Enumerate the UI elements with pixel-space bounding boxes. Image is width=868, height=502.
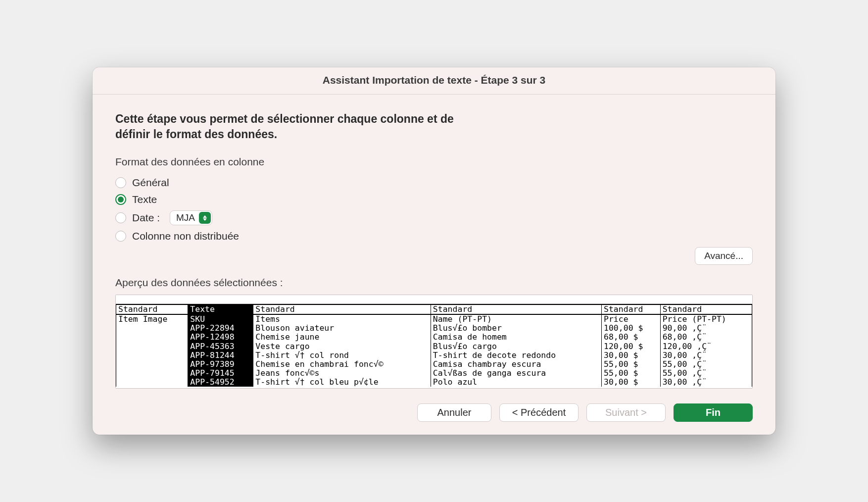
cell bbox=[116, 324, 188, 333]
cell: APP-12498 bbox=[188, 333, 253, 342]
wizard-body: Cette étape vous permet de sélectionner … bbox=[93, 95, 775, 397]
cell: 55,00 ‚Ç¨ bbox=[660, 360, 752, 369]
cell: Camisa chambray escura bbox=[431, 360, 601, 369]
col-format-header[interactable]: Standard bbox=[660, 305, 752, 315]
select-stepper-icon bbox=[199, 212, 211, 224]
col-format-header[interactable]: Standard bbox=[601, 305, 660, 315]
table-row: Item Image SKU Items Name (PT-PT) Price … bbox=[116, 314, 752, 324]
radio-icon bbox=[115, 212, 126, 223]
col-format-header[interactable]: Texte bbox=[188, 305, 253, 315]
radio-text[interactable]: Texte bbox=[115, 194, 753, 205]
radio-label: Colonne non distribuée bbox=[132, 230, 239, 242]
cell: 68,00 ‚Ç¨ bbox=[660, 333, 752, 342]
radio-label: Date : bbox=[132, 212, 160, 224]
column-format-radio-group: Général Texte Date : MJA Colonne non dis… bbox=[115, 177, 753, 242]
cell: Price bbox=[601, 314, 660, 324]
preview-scrollbar-top[interactable] bbox=[116, 295, 752, 304]
cell: APP-81244 bbox=[188, 351, 253, 360]
date-format-value: MJA bbox=[176, 212, 195, 223]
cell: SKU bbox=[188, 314, 253, 324]
cell: 120,00 ‚Ç¨ bbox=[660, 342, 752, 351]
cell: 30,00 $ bbox=[601, 378, 660, 387]
cell: Price (PT-PT) bbox=[660, 314, 752, 324]
cell: Chemise en chambrai fonc√© bbox=[253, 360, 431, 369]
col-format-header[interactable]: Standard bbox=[431, 305, 601, 315]
cell bbox=[116, 360, 188, 369]
column-format-label: Format des données en colonne bbox=[115, 156, 753, 168]
format-header-row: Standard Texte Standard Standard Standar… bbox=[116, 305, 752, 315]
table-row: APP-81244 T-shirt √† col rond T-shirt de… bbox=[116, 351, 752, 360]
step-intro-text: Cette étape vous permet de sélectionner … bbox=[115, 111, 472, 142]
cell: Jeans fonc√©s bbox=[253, 369, 431, 378]
cell: APP-45363 bbox=[188, 342, 253, 351]
cell: 30,00 ‚Ç¨ bbox=[660, 378, 752, 387]
cell: Name (PT-PT) bbox=[431, 314, 601, 324]
table-row: APP-22894 Blouson aviateur Blus√£o bombe… bbox=[116, 324, 752, 333]
cell: 30,00 ‚Ç¨ bbox=[660, 351, 752, 360]
date-format-select[interactable]: MJA bbox=[170, 210, 212, 225]
cell: Blus√£o bomber bbox=[431, 324, 601, 333]
cell: Items bbox=[253, 314, 431, 324]
cell: APP-79145 bbox=[188, 369, 253, 378]
radio-icon bbox=[115, 194, 126, 205]
cell: Veste cargo bbox=[253, 342, 431, 351]
cell: 100,00 $ bbox=[601, 324, 660, 333]
cell: APP-97389 bbox=[188, 360, 253, 369]
cell: T-shirt √† col bleu p√¢le bbox=[253, 378, 431, 387]
cell bbox=[116, 342, 188, 351]
col-format-header[interactable]: Standard bbox=[253, 305, 431, 315]
table-row: APP-79145 Jeans fonc√©s Cal√ßas de ganga… bbox=[116, 369, 752, 378]
window-title: Assistant Importation de texte - Étape 3… bbox=[93, 67, 775, 95]
radio-icon bbox=[115, 231, 126, 242]
finish-button[interactable]: Fin bbox=[674, 403, 753, 422]
advanced-button[interactable]: Avancé... bbox=[695, 247, 753, 265]
cell: Item Image bbox=[116, 314, 188, 324]
table-row: APP-54952 T-shirt √† col bleu p√¢le Polo… bbox=[116, 378, 752, 387]
cancel-button[interactable]: Annuler bbox=[417, 403, 491, 422]
cell: 30,00 $ bbox=[601, 351, 660, 360]
cell: APP-22894 bbox=[188, 324, 253, 333]
radio-general[interactable]: Général bbox=[115, 177, 753, 189]
cell: Blus√£o cargo bbox=[431, 342, 601, 351]
cell bbox=[116, 369, 188, 378]
preview-table[interactable]: Standard Texte Standard Standard Standar… bbox=[116, 304, 752, 387]
table-row: APP-12498 Chemise jaune Camisa de homem … bbox=[116, 333, 752, 342]
cell: APP-54952 bbox=[188, 378, 253, 387]
radio-date[interactable]: Date : MJA bbox=[115, 210, 753, 225]
col-format-header[interactable]: Standard bbox=[116, 305, 188, 315]
radio-skip-column[interactable]: Colonne non distribuée bbox=[115, 230, 753, 242]
radio-icon bbox=[115, 177, 126, 188]
cell: Chemise jaune bbox=[253, 333, 431, 342]
cell: Camisa de homem bbox=[431, 333, 601, 342]
cell: 55,00 ‚Ç¨ bbox=[660, 369, 752, 378]
import-wizard-window: Assistant Importation de texte - Étape 3… bbox=[93, 67, 775, 435]
data-preview[interactable]: Standard Texte Standard Standard Standar… bbox=[115, 295, 753, 389]
radio-label: Général bbox=[132, 177, 169, 189]
preview-label: Aperçu des données sélectionnées : bbox=[115, 277, 753, 289]
table-row: APP-45363 Veste cargo Blus√£o cargo 120,… bbox=[116, 342, 752, 351]
next-button: Suivant > bbox=[586, 403, 666, 422]
cell: Blouson aviateur bbox=[253, 324, 431, 333]
cell: T-shirt √† col rond bbox=[253, 351, 431, 360]
cell: 68,00 $ bbox=[601, 333, 660, 342]
cell: 120,00 $ bbox=[601, 342, 660, 351]
cell: 90,00 ‚Ç¨ bbox=[660, 324, 752, 333]
cell: T-shirt de decote redondo bbox=[431, 351, 601, 360]
radio-label: Texte bbox=[132, 194, 157, 205]
wizard-action-bar: Annuler < Précédent Suivant > Fin bbox=[93, 397, 775, 435]
back-button[interactable]: < Précédent bbox=[499, 403, 579, 422]
cell bbox=[116, 378, 188, 387]
cell: Cal√ßas de ganga escura bbox=[431, 369, 601, 378]
cell: 55,00 $ bbox=[601, 360, 660, 369]
cell: 55,00 $ bbox=[601, 369, 660, 378]
table-row: APP-97389 Chemise en chambrai fonc√© Cam… bbox=[116, 360, 752, 369]
cell bbox=[116, 351, 188, 360]
cell: Polo azul bbox=[431, 378, 601, 387]
cell bbox=[116, 333, 188, 342]
